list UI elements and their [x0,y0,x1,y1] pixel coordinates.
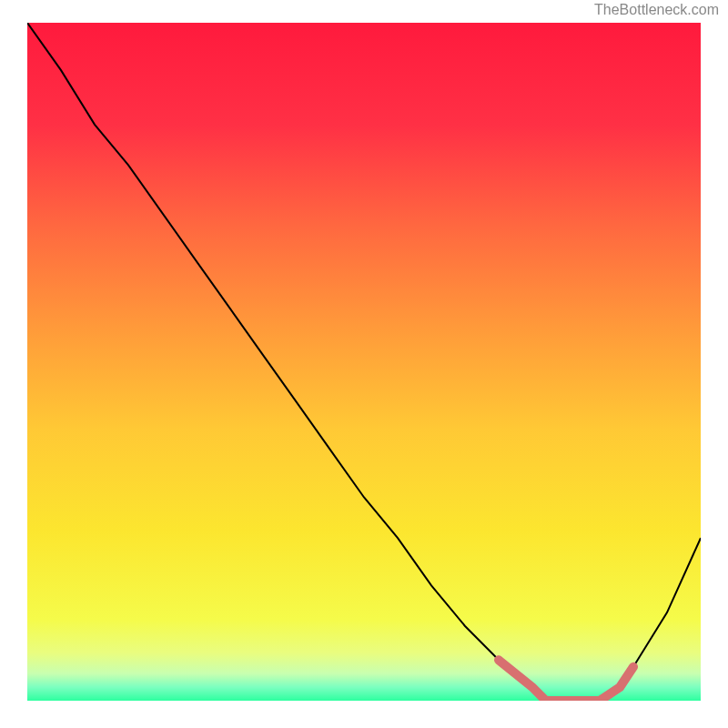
optimal-region-marker [499,660,633,701]
watermark-text: TheBottleneck.com [594,2,719,18]
bottleneck-curve [27,23,701,701]
chart-plot-area [27,23,701,701]
chart-container: TheBottleneck.com [0,0,728,728]
curve-overlay [27,23,701,701]
